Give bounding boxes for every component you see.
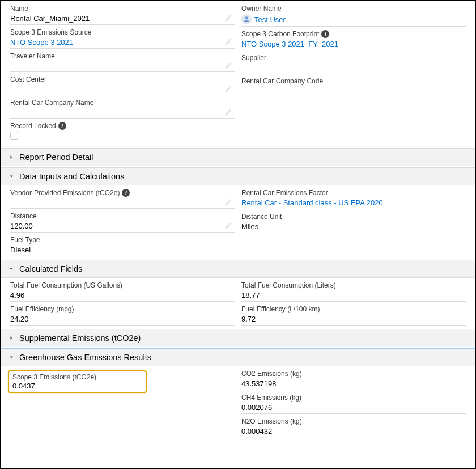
field-supplier: Supplier	[241, 53, 466, 74]
field-scope3-fp: Scope 3 Carbon Footprint i NTO Scope 3 2…	[241, 29, 466, 50]
section-title: Data Inputs and Calculations	[19, 172, 124, 181]
svg-point-0	[245, 16, 248, 19]
edit-icon[interactable]	[224, 14, 232, 22]
scope3-source-link[interactable]: NTO Scope 3 2021	[10, 38, 73, 47]
field-n2o-emissions: N2O Emissions (kg) 0.000432	[241, 416, 466, 437]
company-code-value[interactable]	[241, 86, 466, 97]
info-icon[interactable]: i	[321, 30, 329, 38]
section-title: Supplemental Emissions (tCO2e)	[19, 333, 141, 343]
traveler-value[interactable]	[10, 61, 235, 72]
ch4-emissions-value: 0.002076	[241, 402, 466, 414]
section-title: Report Period Detail	[19, 153, 94, 162]
section-ghg-results[interactable]: Greenhouse Gas Emissions Results	[1, 348, 475, 366]
scope3-emissions-label: Scope 3 Emissions (tCO2e)	[12, 373, 142, 382]
scope3-emissions-value: 0.0437	[12, 382, 142, 390]
field-scope3-source: Scope 3 Emissions Source NTO Scope 3 202…	[10, 27, 235, 49]
edit-icon[interactable]	[224, 198, 232, 206]
scope3-source-value[interactable]: NTO Scope 3 2021	[10, 37, 235, 49]
n2o-emissions-value: 0.000432	[241, 426, 466, 437]
scope3-source-label: Scope 3 Emissions Source	[10, 27, 235, 37]
vendor-emissions-label: Vendor-Provided Emissions (tCO2e) i	[10, 188, 235, 197]
owner-value[interactable]: Test User	[241, 13, 466, 27]
scope3-fp-value[interactable]: NTO Scope 3 2021_FY_2021	[241, 39, 466, 50]
section-title: Calculated Fields	[19, 264, 82, 273]
chevron-down-icon	[8, 354, 15, 361]
field-fuel-liters: Total Fuel Consumption (Liters) 18.77	[241, 280, 466, 302]
vendor-emissions-value[interactable]	[10, 197, 235, 209]
edit-icon[interactable]	[224, 38, 232, 46]
cost-center-label: Cost Center	[10, 74, 235, 84]
info-icon[interactable]: i	[122, 189, 130, 197]
section-supplemental[interactable]: Supplemental Emissions (tCO2e)	[1, 329, 475, 347]
field-name: Name Rental Car_Miami_2021	[10, 3, 235, 25]
cost-center-value[interactable]	[10, 84, 235, 95]
chevron-right-icon	[8, 335, 15, 341]
edit-icon[interactable]	[224, 222, 232, 230]
info-icon[interactable]: i	[58, 122, 66, 130]
avatar-icon	[241, 14, 252, 24]
field-fuel-gallons: Total Fuel Consumption (US Gallons) 4.96	[10, 280, 235, 302]
section-title: Greenhouse Gas Emissions Results	[19, 353, 151, 362]
record-locked-checkbox[interactable]	[10, 132, 18, 140]
co2-emissions-value: 43.537198	[241, 378, 466, 390]
edit-icon[interactable]	[224, 62, 232, 70]
company-name-label: Rental Car Company Name	[10, 98, 235, 107]
distance-unit-value[interactable]: Miles	[241, 221, 466, 233]
field-owner: Owner Name Test User	[241, 3, 466, 27]
traveler-label: Traveler Name	[10, 51, 235, 61]
edit-icon[interactable]	[224, 108, 232, 116]
field-record-locked: Record Locked i	[10, 121, 235, 145]
edit-icon[interactable]	[224, 85, 232, 93]
emissions-factor-link[interactable]: Rental Car - Standard class - US EPA 202…	[241, 198, 383, 207]
owner-link[interactable]: Test User	[254, 15, 286, 24]
distance-label: Distance	[10, 211, 235, 221]
emissions-factor-label: Rental Car Emissions Factor	[241, 188, 466, 197]
section-data-inputs[interactable]: Data Inputs and Calculations	[1, 167, 475, 185]
field-distance: Distance 120.00	[10, 211, 235, 233]
field-emissions-factor: Rental Car Emissions Factor Rental Car -…	[241, 188, 466, 209]
field-cost-center: Cost Center	[10, 74, 235, 95]
chevron-right-icon	[8, 154, 15, 160]
scope3-fp-label: Scope 3 Carbon Footprint i	[241, 29, 466, 39]
ch4-emissions-label: CH4 Emissions (kg)	[241, 392, 466, 402]
distance-value[interactable]: 120.00	[10, 221, 235, 233]
name-value[interactable]: Rental Car_Miami_2021	[10, 13, 235, 25]
field-ch4-emissions: CH4 Emissions (kg) 0.002076	[241, 392, 466, 414]
fuel-liters-value: 18.77	[241, 290, 466, 302]
field-traveler: Traveler Name	[10, 51, 235, 72]
scope3-fp-link[interactable]: NTO Scope 3 2021_FY_2021	[241, 40, 338, 48]
emissions-factor-value[interactable]: Rental Car - Standard class - US EPA 202…	[241, 197, 466, 209]
section-report-period[interactable]: Report Period Detail	[1, 148, 475, 166]
name-label: Name	[10, 3, 235, 13]
owner-label: Owner Name	[241, 3, 466, 13]
field-company-name: Rental Car Company Name	[10, 98, 235, 119]
fuel-type-value[interactable]: Diesel	[10, 244, 235, 256]
company-name-value[interactable]	[10, 107, 235, 119]
supplier-value[interactable]	[241, 62, 466, 74]
fuel-l100-value: 9.72	[241, 314, 466, 326]
fuel-l100-label: Fuel Efficiency (L/100 km)	[241, 304, 466, 314]
field-fuel-l100: Fuel Efficiency (L/100 km) 9.72	[241, 304, 466, 326]
fuel-gallons-label: Total Fuel Consumption (US Gallons)	[10, 280, 235, 290]
chevron-down-icon	[8, 265, 15, 272]
record-locked-label: Record Locked i	[10, 121, 235, 130]
fuel-gallons-value: 4.96	[10, 290, 235, 302]
fuel-liters-label: Total Fuel Consumption (Liters)	[241, 280, 466, 290]
co2-emissions-label: CO2 Emissions (kg)	[241, 369, 466, 378]
company-code-label: Rental Car Company Code	[241, 76, 466, 86]
fuel-mpg-value: 24.20	[10, 314, 235, 326]
section-calculated-fields[interactable]: Calculated Fields	[1, 260, 475, 278]
field-co2-emissions: CO2 Emissions (kg) 43.537198	[241, 369, 466, 390]
fuel-type-label: Fuel Type	[10, 235, 235, 244]
supplier-label: Supplier	[241, 53, 466, 62]
n2o-emissions-label: N2O Emissions (kg)	[241, 416, 466, 426]
fuel-mpg-label: Fuel Efficiency (mpg)	[10, 304, 235, 314]
field-distance-unit: Distance Unit Miles	[241, 212, 466, 233]
chevron-down-icon	[8, 173, 15, 180]
field-fuel-type: Fuel Type Diesel	[10, 235, 235, 256]
field-fuel-mpg: Fuel Efficiency (mpg) 24.20	[10, 304, 235, 326]
distance-unit-label: Distance Unit	[241, 212, 466, 221]
scope3-emissions-highlight: Scope 3 Emissions (tCO2e) 0.0437	[8, 370, 147, 393]
field-company-code: Rental Car Company Code	[241, 76, 466, 97]
field-vendor-emissions: Vendor-Provided Emissions (tCO2e) i	[10, 188, 235, 209]
